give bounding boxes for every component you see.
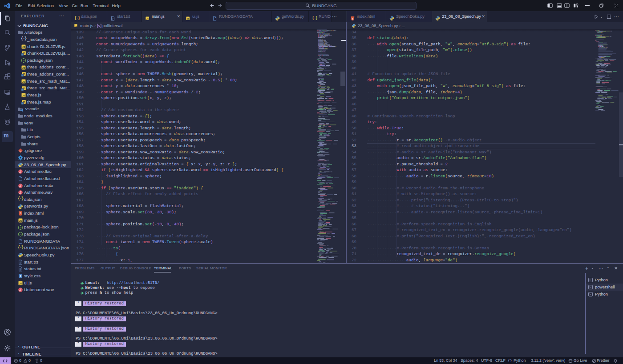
svg-text:JS: JS [22,80,25,83]
svg-text:JS: JS [22,67,25,69]
svg-text:JS: JS [23,60,25,62]
svg-text:JS: JS [146,18,150,20]
svg-text:5: 5 [352,17,353,20]
svg-text:JS: JS [20,226,22,228]
svg-text:JS: JS [75,25,77,28]
svg-text:5: 5 [20,212,21,215]
svg-text:JS: JS [19,220,22,222]
svg-text:JS: JS [20,233,22,236]
svg-text:3: 3 [20,275,21,277]
svg-text:JS: JS [22,94,25,97]
svg-text:JS: JS [187,18,190,20]
svg-text:JS: JS [22,46,25,48]
svg-text:JS: JS [19,282,22,285]
